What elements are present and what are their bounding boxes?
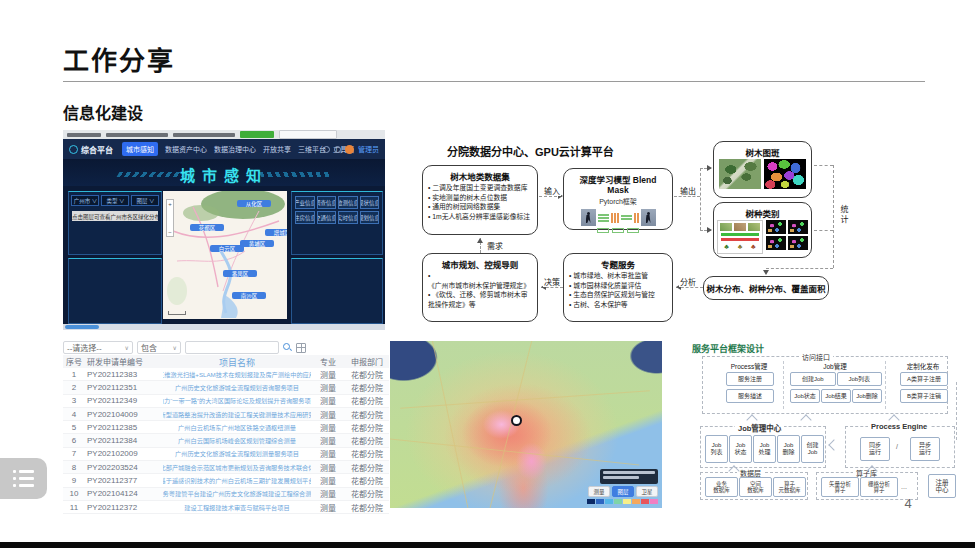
map-marker[interactable]	[511, 415, 522, 426]
dataset-box-title: 树木地类数据集	[428, 170, 532, 182]
dashboard-filter-value: 广州市 ∨	[73, 196, 97, 204]
table-cell: 花都分院	[345, 369, 389, 380]
access-api-box[interactable]: Job结果	[821, 389, 851, 403]
data-layer-box[interactable]: 空间 数据库	[739, 477, 772, 497]
bell-icon[interactable]	[334, 146, 341, 153]
engine-box[interactable]: 同步 运行	[860, 437, 890, 461]
table-cell: 11	[63, 503, 85, 512]
access-api-box[interactable]: Job列表	[837, 372, 883, 386]
filter-select[interactable]: --请选择--∨	[63, 341, 133, 354]
model-box: 深度学习模型 Blend Mask Pytorch框架	[563, 168, 673, 230]
access-api-box[interactable]: Job删除	[852, 389, 882, 403]
quick-button[interactable]: 调查信息	[317, 196, 337, 209]
bullet-item: 《砍伐、迁移、修剪城市树木审批操作规定》等	[428, 290, 532, 309]
access-api-box[interactable]: 创建Job	[790, 372, 836, 386]
nav-item[interactable]: 数据治理中心	[214, 144, 256, 154]
bullet-item: 生态自然保护区规划与管控	[569, 290, 667, 300]
quick-button[interactable]: 住房信息	[295, 211, 315, 224]
project-name-link[interactable]: 建设工程报建技术审查与赋码平台项目	[163, 500, 311, 515]
table-cell: PY202104009	[85, 410, 163, 419]
search-icon[interactable]	[323, 146, 330, 153]
district-label: 黄埔区	[240, 240, 274, 247]
dashboard-filter-select[interactable]: 广州市 ∨	[71, 195, 99, 206]
heatmap-tool-button[interactable]: 测量	[588, 486, 610, 497]
zoom-in-button[interactable]: +	[168, 201, 172, 207]
table-cell: 测量	[311, 369, 345, 380]
filter-select-value: --请选择--	[67, 342, 102, 353]
access-api-box[interactable]: A类算子注册	[900, 372, 948, 386]
quick-button[interactable]: 产业信息	[295, 196, 315, 209]
browser-chip-green	[240, 131, 274, 138]
analysis-label: 分析	[679, 276, 697, 287]
quick-button[interactable]: 规划信息	[360, 211, 380, 224]
heatmap-legend	[587, 499, 658, 504]
data-layer-box[interactable]: 业务 数据库	[705, 477, 738, 497]
dashboard-filter-select[interactable]: 类型 ∨	[101, 195, 129, 206]
operator-box[interactable]: 栅格分析 算子	[860, 477, 898, 497]
project-name-text: 广州白云国际机场峰会区规划管理综合测量	[178, 436, 296, 445]
district-label-text: 南沙区	[241, 291, 258, 299]
table-cell: PY202112372	[85, 503, 163, 512]
project-name-text: 建设工程报建技术审查与赋码平台项目	[184, 502, 289, 511]
dashboard-body: 广州市 ∨类型 ∨图层 ∨ 点击图层可查看广州市各区绿化分布详情 + −	[63, 186, 385, 330]
heatmap-screenshot: 测量图层卫星	[390, 341, 662, 508]
road-line	[430, 341, 470, 508]
district-label: 从化区	[237, 200, 271, 207]
table-row[interactable]: 11PY202112372建设工程报建技术审查与赋码平台项目测量花都分院	[63, 501, 389, 514]
zoom-out-button[interactable]: −	[168, 229, 172, 235]
dashboard-scrollbar[interactable]	[63, 324, 385, 330]
input-image-thumb	[581, 209, 596, 226]
dashboard-banner: 城市感知	[63, 159, 385, 186]
tree-mask-thumb	[764, 159, 806, 189]
tree-orthophoto-thumb	[719, 159, 761, 189]
heatmap-tool-button[interactable]: 卫星	[636, 486, 658, 497]
result-box: 树木分布、树种分布、覆盖面积	[703, 276, 829, 300]
dashboard-title: 城市感知	[63, 164, 385, 185]
table-cell: 8	[63, 463, 85, 472]
table-cell: PY202102009	[85, 449, 163, 458]
quick-button[interactable]: 交通信息	[317, 211, 337, 224]
registry-box: 注册 中心	[928, 474, 956, 498]
quick-button-label: 现状信息	[360, 198, 380, 206]
search-input[interactable]	[185, 341, 279, 354]
job-center-box[interactable]: Job 状态	[729, 435, 752, 463]
access-api-box[interactable]: 服务注册	[726, 372, 774, 386]
slide-navigator-button[interactable]	[0, 458, 47, 499]
heatmap-tool-button[interactable]: 图层	[612, 486, 634, 497]
nav-item[interactable]: 数据资产中心	[165, 144, 207, 154]
job-center-box[interactable]: Job 列表	[705, 435, 728, 463]
road-line	[390, 437, 639, 465]
access-api-box[interactable]: 服务描述	[726, 389, 774, 403]
legend-swatch	[596, 499, 604, 504]
job-center-box[interactable]: Job 删除	[777, 435, 800, 463]
data-layer-box[interactable]: 算子 元数据库	[773, 477, 806, 497]
access-api-box[interactable]: B类算子注销	[900, 389, 948, 403]
heatmap-toolbar: 测量图层卫星	[588, 486, 658, 497]
refresh-icon[interactable]	[296, 343, 306, 353]
map-zoom-control[interactable]: + −	[166, 199, 174, 237]
user-name: 管理员	[358, 144, 379, 154]
engine-box[interactable]: 异步 运行	[910, 437, 940, 461]
nav-item[interactable]: 城市感知	[122, 142, 158, 156]
district-label-text: 从化区	[246, 199, 263, 207]
dashboard-filter-select[interactable]: 图层 ∨	[131, 195, 159, 206]
table-cell: 7	[63, 449, 85, 458]
search-icon[interactable]	[283, 343, 292, 352]
avatar[interactable]	[345, 145, 354, 154]
job-center-box[interactable]: 创建 Job	[801, 435, 824, 463]
nav-item[interactable]: 三维平台	[298, 144, 326, 154]
quick-button[interactable]: 实时信息	[338, 211, 358, 224]
operator-box[interactable]: 矢量分析 算子	[821, 477, 859, 497]
district-label-text: 番禺区	[231, 270, 248, 278]
table-header-cell: 申报部门	[345, 356, 389, 367]
nav-item[interactable]: 开放共享	[263, 144, 291, 154]
legend-swatch	[623, 499, 631, 504]
contains-select[interactable]: 包含∨	[137, 341, 181, 354]
job-center-box[interactable]: Job 处理	[753, 435, 776, 463]
quick-button[interactable]: 现状信息	[360, 196, 380, 209]
map-widget[interactable]: + − 花都区从化区增城区白云区黄埔区番禺区南沙区	[163, 191, 287, 319]
flowchart-title: 分院数据分中心、GPU云计算平台	[447, 143, 614, 159]
dashboard-filter-value: 图层 ∨	[136, 196, 154, 204]
access-api-box[interactable]: Job状态	[790, 389, 820, 403]
quick-button[interactable]: 监测信息	[338, 196, 358, 209]
